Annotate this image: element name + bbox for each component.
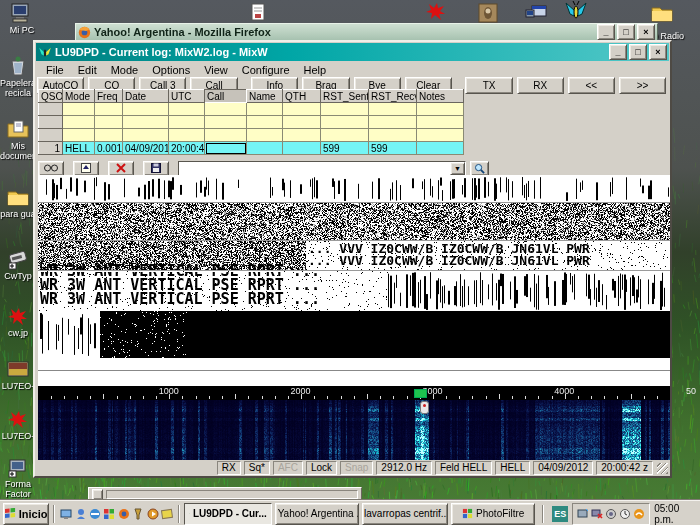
background-window-fragment[interactable] <box>88 487 362 501</box>
col-date[interactable]: Date <box>123 90 169 103</box>
log-qso-row[interactable]: 1 HELL 0.001 04/09/2012 20:00:42 599 599 <box>39 142 464 155</box>
status-submode[interactable]: Feld HELL <box>435 461 492 475</box>
menu-mode[interactable]: Mode <box>104 64 146 76</box>
delete-qso-button[interactable] <box>108 161 134 176</box>
menu-options[interactable]: Options <box>145 64 197 76</box>
mixw-close-button[interactable]: × <box>649 44 667 60</box>
quicklaunch-ie-icon[interactable] <box>89 507 101 521</box>
fragment-button[interactable] <box>92 489 103 500</box>
tuning-marker-flag[interactable] <box>414 389 427 398</box>
col-name[interactable]: Name <box>247 90 283 103</box>
status-snap[interactable]: Snap <box>340 461 373 475</box>
desktop-icon-mis-documentos[interactable]: Mis documen <box>0 118 36 161</box>
mixw-minimize-button[interactable]: _ <box>609 44 627 60</box>
status-squelch[interactable]: Sq* <box>244 461 270 475</box>
quicklaunch-notes-icon[interactable] <box>161 507 173 521</box>
qso-freq[interactable]: 0.001 <box>95 142 123 155</box>
log-empty-row[interactable] <box>39 103 464 116</box>
menu-view[interactable]: View <box>197 64 235 76</box>
desktop-icon-cwtype[interactable]: CwTyp <box>0 248 36 281</box>
combo-dropdown-button[interactable]: ▼ <box>450 162 465 175</box>
desktop-icon-format-factory[interactable]: Forma Factor <box>0 456 36 499</box>
col-qth[interactable]: QTH <box>283 90 321 103</box>
quicklaunch-winamp-icon[interactable] <box>132 507 144 521</box>
firefox-minimize-button[interactable]: _ <box>597 24 615 40</box>
start-button[interactable]: Inicio <box>3 503 49 525</box>
qso-rst-recv[interactable]: 599 <box>369 142 417 155</box>
task-lavarropas-firefox[interactable]: lavarropas centrif... <box>362 503 448 525</box>
new-qso-button[interactable] <box>73 161 99 176</box>
tray-scanner-icon[interactable] <box>605 508 617 520</box>
waterfall-frequency-scale[interactable]: 1000 2000 3000 4000 50 <box>38 386 670 400</box>
firefox-window-titlebar[interactable]: Yahoo! Argentina - Mozilla Firefox _ □ × <box>75 23 658 41</box>
qso-date[interactable]: 04/09/2012 <box>123 142 169 155</box>
col-mode[interactable]: Mode <box>63 90 95 103</box>
desktop-icon-red-bug-top[interactable] <box>418 0 454 23</box>
status-afc[interactable]: AFC <box>273 461 303 475</box>
col-qso[interactable]: QSO <box>39 90 63 103</box>
quicklaunch-player-icon[interactable] <box>146 507 158 521</box>
next-macro-button[interactable]: >> <box>619 77 666 94</box>
desktop-icon-brown-app[interactable] <box>470 2 506 25</box>
mixw-titlebar[interactable]: LU9DPD - Current log: MixW2.log - MixW _… <box>36 43 669 61</box>
desktop-icon-lu7eo-bug[interactable]: LU7EO- <box>0 408 36 441</box>
desktop-icon-para-gua[interactable]: para gua <box>0 186 36 219</box>
tray-display-icon[interactable] <box>577 508 589 520</box>
tray-download-icon[interactable] <box>633 508 645 520</box>
tray-clock-icon[interactable] <box>619 508 631 520</box>
col-freq[interactable]: Freq <box>95 90 123 103</box>
col-rst-sent[interactable]: RST_Sent <box>321 90 369 103</box>
quicklaunch-messenger-icon[interactable] <box>74 507 86 521</box>
status-frequency[interactable]: 2912.0 Hz <box>376 461 432 475</box>
callsign-combobox[interactable]: ▼ <box>178 161 466 176</box>
quicklaunch-firefox-icon[interactable] <box>118 507 130 521</box>
menu-file[interactable]: File <box>39 64 71 76</box>
waterfall-display[interactable] <box>38 400 670 464</box>
qso-rst-sent[interactable]: 599 <box>321 142 369 155</box>
task-yahoo-firefox[interactable]: Yahoo! Argentina . <box>275 503 359 525</box>
prev-macro-button[interactable]: << <box>568 77 615 94</box>
firefox-close-button[interactable]: × <box>637 24 655 40</box>
qso-notes[interactable] <box>417 142 464 155</box>
status-rx[interactable]: RX <box>217 461 241 475</box>
qso-utc[interactable]: 20:00:42 <box>169 142 205 155</box>
quicklaunch-show-desktop-icon[interactable] <box>60 507 72 521</box>
desktop-icon-lu7eo-image[interactable]: LU7EO- <box>0 358 36 391</box>
mixw-maximize-button[interactable]: □ <box>629 44 647 60</box>
col-notes[interactable]: Notes <box>417 90 464 103</box>
quicklaunch-media-grid-icon[interactable] <box>103 507 115 521</box>
col-call[interactable]: Call <box>205 90 247 103</box>
desktop-icon-recycle-bin[interactable]: Papelera recicla <box>0 55 36 98</box>
log-empty-row[interactable] <box>39 116 464 129</box>
col-rst-recv[interactable]: RST_Recv <box>369 90 417 103</box>
firefox-maximize-button[interactable]: □ <box>617 24 635 40</box>
qso-qth[interactable] <box>283 142 321 155</box>
qso-mode[interactable]: HELL <box>63 142 95 155</box>
desktop-icon-mi-pc[interactable]: Mi PC <box>4 2 40 35</box>
desktop-icon-mixw-butterfly[interactable] <box>558 0 594 23</box>
resize-grip[interactable] <box>657 463 668 474</box>
status-mode[interactable]: HELL <box>495 461 530 475</box>
rx-button[interactable]: RX <box>517 77 564 94</box>
qso-call[interactable] <box>205 142 247 155</box>
lookup-callsign-button[interactable] <box>470 161 489 176</box>
status-lock[interactable]: Lock <box>306 461 337 475</box>
task-photofiltre[interactable]: PhotoFiltre <box>451 503 535 525</box>
desktop-icon-pc-window[interactable] <box>518 2 554 25</box>
menu-configure[interactable]: Configure <box>235 64 297 76</box>
tray-network-error-icon[interactable] <box>591 508 603 520</box>
menu-help[interactable]: Help <box>297 64 334 76</box>
log-empty-row[interactable] <box>39 129 464 142</box>
search-log-button[interactable] <box>38 161 64 176</box>
task-mixw[interactable]: LU9DPD - Cur... <box>184 503 272 525</box>
qso-name[interactable] <box>247 142 283 155</box>
desktop-icon-cw-jpg[interactable]: cw.jp <box>0 305 36 338</box>
desktop-icon-00-radio[interactable] <box>644 2 680 25</box>
language-indicator[interactable]: ES <box>552 506 568 522</box>
desktop-icon-document[interactable] <box>240 2 276 25</box>
menu-edit[interactable]: Edit <box>71 64 104 76</box>
col-utc[interactable]: UTC <box>169 90 205 103</box>
tx-button[interactable]: TX <box>465 77 512 94</box>
tuning-marker-pin[interactable] <box>420 401 429 414</box>
save-qso-button[interactable] <box>143 161 169 176</box>
